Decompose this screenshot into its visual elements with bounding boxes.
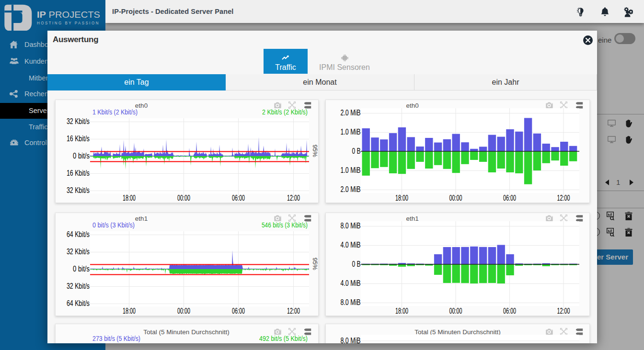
svg-text:1 Kbit/s (2 Kbit/s): 1 Kbit/s (2 Kbit/s)	[92, 108, 138, 116]
svg-text:32 Kbit/s: 32 Kbit/s	[67, 186, 90, 194]
svg-text:2.0 MiB: 2.0 MiB	[341, 109, 361, 117]
svg-text:4.0 MiB: 4.0 MiB	[341, 279, 361, 287]
svg-text:95%: 95%	[311, 258, 319, 270]
svg-text:12:00: 12:00	[557, 194, 570, 202]
svg-text:eth1: eth1	[406, 215, 418, 222]
svg-text:06:00: 06:00	[503, 307, 516, 315]
svg-text:64 Kbit/s: 64 Kbit/s	[67, 299, 90, 307]
svg-text:2.0 MiB: 2.0 MiB	[341, 185, 361, 193]
svg-text:18:00: 18:00	[123, 194, 136, 202]
svg-text:1.0 MiB: 1.0 MiB	[341, 128, 361, 136]
svg-text:16 Kbit/s: 16 Kbit/s	[67, 169, 90, 177]
svg-text:32 Kbit/s: 32 Kbit/s	[67, 282, 90, 290]
svg-text:00:00: 00:00	[449, 194, 462, 202]
svg-text:18:00: 18:00	[395, 307, 408, 315]
svg-text:2 Kbit/s (2 Kbit/s): 2 Kbit/s (2 Kbit/s)	[262, 108, 308, 116]
svg-text:16 Kbit/s: 16 Kbit/s	[67, 135, 90, 143]
svg-text:95%: 95%	[311, 145, 319, 157]
svg-text:32 Kbit/s: 32 Kbit/s	[67, 248, 90, 256]
svg-text:0 bit/s: 0 bit/s	[73, 152, 90, 160]
svg-text:18:00: 18:00	[395, 194, 408, 202]
svg-text:00:00: 00:00	[177, 307, 190, 315]
svg-text:12:00: 12:00	[557, 307, 570, 315]
svg-text:Total (5 Minuten Durchschnitt): Total (5 Minuten Durchschnitt)	[143, 328, 229, 336]
svg-text:492 bit/s (5 Kbit/s): 492 bit/s (5 Kbit/s)	[259, 335, 308, 342]
svg-text:06:00: 06:00	[503, 194, 516, 202]
svg-text:00:00: 00:00	[177, 194, 190, 202]
svg-text:8.0 MiB: 8.0 MiB	[341, 222, 361, 230]
svg-text:06:00: 06:00	[232, 307, 245, 315]
svg-text:00:00: 00:00	[449, 307, 462, 315]
svg-text:8.0 MiB: 8.0 MiB	[341, 298, 361, 306]
svg-text:0 bit/s: 0 bit/s	[73, 265, 90, 273]
svg-text:12:00: 12:00	[287, 194, 300, 202]
svg-text:eth0: eth0	[406, 102, 418, 109]
svg-text:546 bit/s (3 Kbit/s): 546 bit/s (3 Kbit/s)	[262, 221, 308, 229]
svg-text:273 bit/s (5 Kbit/s): 273 bit/s (5 Kbit/s)	[92, 335, 140, 342]
svg-text:eth1: eth1	[135, 215, 148, 222]
svg-text:0 B: 0 B	[352, 260, 361, 268]
svg-text:32 Kbit/s: 32 Kbit/s	[67, 117, 90, 125]
svg-text:0 bit/s (3 Kbit/s): 0 bit/s (3 Kbit/s)	[92, 221, 135, 229]
svg-text:18:00: 18:00	[123, 307, 136, 315]
svg-text:0 B: 0 B	[352, 147, 361, 155]
svg-text:06:00: 06:00	[232, 194, 245, 202]
svg-text:Total (5 Minuten Durchschnitt): Total (5 Minuten Durchschnitt)	[414, 328, 500, 336]
svg-text:IP PROJECTS: IP PROJECTS	[37, 10, 100, 20]
svg-text:HOSTING BY PASSION: HOSTING BY PASSION	[37, 20, 100, 25]
svg-text:64 Kbit/s: 64 Kbit/s	[67, 230, 90, 238]
svg-text:4.0 MiB: 4.0 MiB	[341, 241, 361, 249]
svg-text:8.0 MiB: 8.0 MiB	[341, 337, 361, 343]
svg-text:12:00: 12:00	[287, 307, 300, 315]
svg-text:1.0 MiB: 1.0 MiB	[341, 166, 361, 174]
